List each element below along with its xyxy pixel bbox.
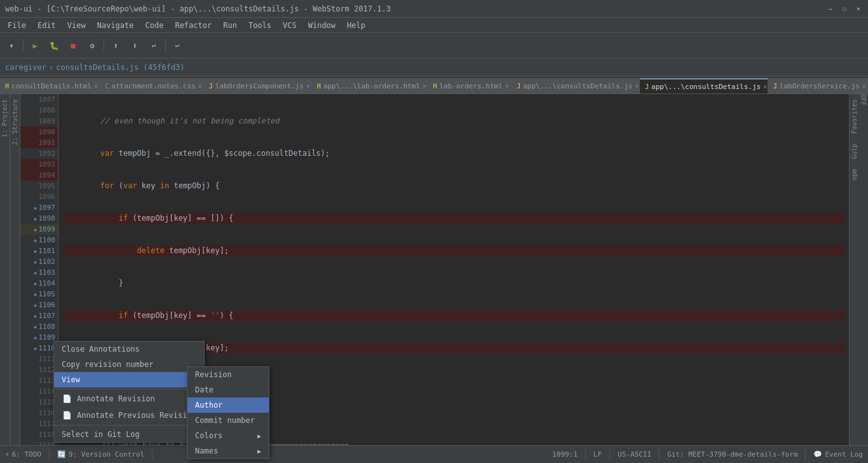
maximize-button[interactable]: ☐	[840, 4, 849, 13]
toolbar-debug[interactable]: 🐛	[45, 37, 63, 55]
toolbar-vcs3[interactable]: ↩	[145, 37, 163, 55]
line-1118: 1118	[20, 429, 58, 440]
toolbar-stop[interactable]: ■	[64, 37, 82, 55]
toolbar-sep-2	[104, 39, 104, 52]
tab-consults-details-js2[interactable]: J app\...\consultsDetails.js ×	[640, 78, 768, 93]
line-1104: ★1104	[20, 278, 58, 289]
status-encoding[interactable]: US-ASCII	[618, 450, 651, 459]
toolbar-vcs1[interactable]: ⬆	[107, 37, 125, 55]
tab-consults-details-js1[interactable]: J app\...\consultsDetails.js ×	[512, 78, 640, 93]
line-1096: 1096	[20, 191, 58, 202]
line-1113: 1113	[20, 375, 58, 386]
line-1090: 1090	[20, 127, 58, 137]
tab-lab-orders-html2[interactable]: H lab-orders.html ×	[428, 78, 512, 93]
scrollbar-right[interactable]: OFF	[859, 94, 868, 445]
side-tab-favorites[interactable]: Favorites	[850, 94, 859, 139]
annotate-prev-icon: 📄	[62, 410, 72, 420]
close-button[interactable]: ✕	[854, 4, 863, 13]
title-text: web-ui - [C:\TreeSourceRepo\web-ui] - ap…	[5, 4, 391, 13]
submenu-author[interactable]: Author	[187, 397, 269, 413]
menu-edit[interactable]: Edit	[32, 20, 61, 31]
submenu-commit-number-label: Commit number	[195, 416, 255, 425]
annotate-icon: 📄	[62, 394, 72, 404]
code-line-1093: if (tempObj[key] == '') {	[64, 310, 844, 321]
tab-lab-orders-html[interactable]: H app\...\lab-orders.html ×	[312, 78, 428, 93]
menu-vcs[interactable]: VCS	[278, 20, 302, 31]
tab-consult-details-html[interactable]: H consultDetails.html ×	[0, 78, 100, 93]
toolbar-run[interactable]: ▶	[26, 37, 44, 55]
menu-tools[interactable]: Tools	[243, 20, 276, 31]
line-1102: ★1102	[20, 256, 58, 267]
toolbar-undo[interactable]: ↩	[168, 37, 186, 55]
status-event-log[interactable]: 💬 Event Log	[813, 450, 863, 459]
names-arrow: ▶	[257, 448, 261, 455]
line-gutter: 1087 1088 1089 1090 1091 1092 1093 1094 …	[20, 94, 58, 445]
submenu-revision[interactable]: Revision	[187, 367, 269, 382]
line-1095: 1095	[20, 181, 58, 191]
tab-attachment-css[interactable]: C attachment-notes.css ×	[100, 78, 204, 93]
colors-arrow: ▶	[257, 432, 261, 439]
status-todo[interactable]: ⚡ 6: TODO	[5, 450, 41, 459]
submenu-author-label: Author	[195, 401, 222, 410]
breadcrumb-file[interactable]: consultsDetails.js (45f6fd3)	[56, 63, 184, 72]
status-bar: ⚡ 6: TODO 🔄 9: Version Control 1099:1 LF…	[0, 445, 868, 463]
submenu-date-label: Date	[195, 385, 214, 394]
submenu-commit-number[interactable]: Commit number	[187, 413, 269, 428]
status-vcs[interactable]: 🔄 9: Version Control	[57, 450, 144, 459]
line-1100: ★1100	[20, 235, 58, 245]
title-bar: web-ui - [C:\TreeSourceRepo\web-ui] - ap…	[0, 0, 868, 18]
ctx-select-git-log[interactable]: Select in Git Log	[54, 427, 204, 442]
toolbar-build[interactable]: ⚙	[83, 37, 101, 55]
line-1112: 1112	[20, 364, 58, 375]
toolbar: ▾ ▶ 🐛 ■ ⚙ ⬆ ⬇ ↩ ↩	[0, 33, 868, 59]
menu-window[interactable]: Window	[303, 20, 341, 31]
breadcrumb-project[interactable]: caregiver	[5, 63, 46, 72]
minimize-button[interactable]: —	[826, 4, 835, 13]
ctx-view[interactable]: View ▶	[54, 372, 204, 387]
side-tab-project[interactable]: 1: Project	[0, 94, 10, 142]
line-1099: ★1099	[20, 224, 58, 235]
menu-file[interactable]: File	[3, 20, 31, 31]
tab-laborders-component[interactable]: J labOrdersComponent.js ×	[204, 78, 312, 93]
line-1101: ★1101	[20, 245, 58, 256]
menu-bar: File Edit View Navigate Code Refactor Ru…	[0, 18, 868, 33]
menu-help[interactable]: Help	[342, 20, 370, 31]
submenu-names[interactable]: Names ▶	[187, 443, 269, 459]
code-line-1092: }	[64, 278, 844, 289]
ctx-close-annotations[interactable]: Close Annotations	[54, 342, 204, 357]
ctx-copy-revision[interactable]: Copy revision number	[54, 357, 204, 372]
line-1110: ★1110	[20, 343, 58, 354]
line-1117: 1117	[20, 418, 58, 429]
menu-view[interactable]: View	[62, 20, 91, 31]
status-git[interactable]: Git: MEET-3790-dme-details-form	[667, 450, 797, 459]
line-1103: ★1103	[20, 267, 58, 278]
ctx-annotate-prev[interactable]: 📄 Annotate Previous Revision	[54, 407, 204, 424]
menu-refactor[interactable]: Refactor	[170, 20, 217, 31]
side-tab-gulp[interactable]: Gulp	[850, 139, 859, 164]
side-tab-npm[interactable]: npm	[850, 164, 859, 186]
menu-run[interactable]: Run	[218, 20, 242, 31]
left-side-panel: 1: Project	[0, 94, 10, 445]
toolbar-vcs2[interactable]: ⬇	[126, 37, 144, 55]
tabs-bar: H consultDetails.html × C attachment-not…	[0, 76, 868, 94]
ctx-annotate-revision[interactable]: 📄 Annotate Revision	[54, 390, 204, 407]
line-1092: 1092	[20, 148, 58, 159]
position-label: 1099:1	[552, 450, 578, 459]
menu-navigate[interactable]: Navigate	[92, 20, 139, 31]
tab-laborders-service[interactable]: J labOrdersService.js ×	[768, 78, 868, 93]
line-1107: ★1107	[20, 310, 58, 321]
toolbar-sep-1	[23, 39, 24, 52]
status-position[interactable]: 1099:1	[552, 450, 578, 459]
line-1116: 1116	[20, 408, 58, 418]
toolbar-dropdown[interactable]: ▾	[3, 37, 20, 55]
submenu-colors[interactable]: Colors ▶	[187, 428, 269, 443]
ctx-separator-2	[54, 425, 204, 425]
window-controls: — ☐ ✕	[826, 4, 863, 13]
code-line-1091: delete tempObj[key];	[64, 245, 844, 256]
menu-code[interactable]: Code	[140, 20, 169, 31]
submenu-date[interactable]: Date	[187, 382, 269, 397]
structure-panel: 2: Structure	[10, 94, 20, 445]
status-line-ending[interactable]: LF	[593, 450, 602, 459]
side-tab-structure[interactable]: 2: Structure	[10, 94, 20, 150]
line-1114: 1114	[20, 386, 58, 397]
